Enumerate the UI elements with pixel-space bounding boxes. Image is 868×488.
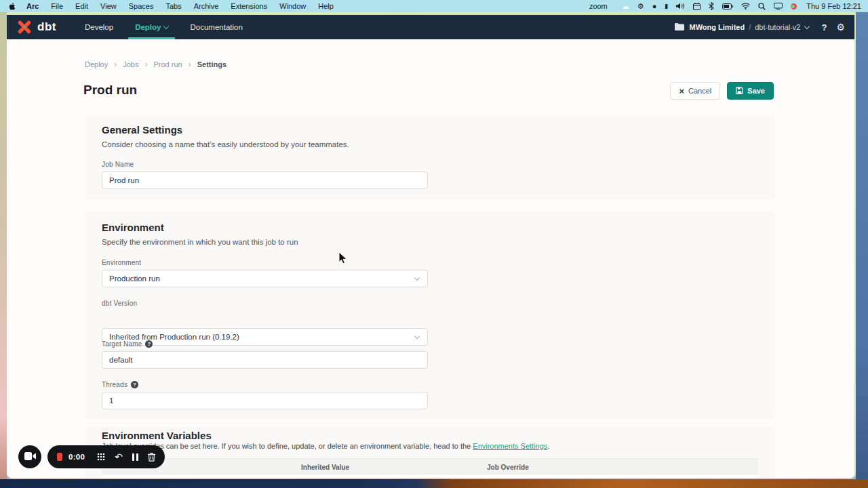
chevron-down-icon [163,23,169,28]
project-selector[interactable]: dbt-tutorial-v2 [755,23,800,31]
recorder-camera-button[interactable] [18,445,41,468]
menubar-item-help[interactable]: Help [312,0,340,12]
threads-label: Threads ? [102,381,138,388]
chevron-down-icon [414,333,420,338]
environment-title: Environment [102,222,164,233]
nav-develop[interactable]: Develop [74,15,124,39]
page-title: Prod run [83,83,137,98]
settings-gear-icon[interactable]: ⚙ [836,22,845,33]
nav-deploy[interactable]: Deploy [124,15,179,39]
job-name-label: Job Name [102,161,134,168]
macos-menubar: Arc File Edit View Spaces Tabs Archive E… [0,0,868,12]
menubar-item-edit[interactable]: Edit [69,0,94,12]
desktop-wallpaper-bottom [0,479,868,488]
breadcrumb-separator: › [114,60,117,69]
menubar-clock[interactable]: Thu 9 Feb 12:21 [801,2,861,10]
recording-timer: 0:00 [68,453,85,461]
menubar-left: Arc File Edit View Spaces Tabs Archive E… [0,0,340,12]
search-icon[interactable] [758,3,766,10]
display-icon[interactable] [774,3,783,9]
desktop-wallpaper-right [856,12,868,488]
video-camera-icon [24,451,36,463]
account-separator: / [749,23,751,31]
calendar-icon[interactable] [693,3,701,10]
menubar-item-file[interactable]: File [45,0,69,12]
cloud-icon[interactable]: ☁ [622,0,629,12]
dbt-logo-text: dbt [37,20,56,34]
env-vars-table-header: Inherited Value Job Override [102,458,758,474]
environments-settings-link[interactable]: Environments Settings [473,442,547,450]
chevron-down-icon[interactable] [804,23,810,28]
close-icon: × [679,87,684,96]
page-content: Deploy › Jobs › Prod run › Settings Prod… [7,39,854,478]
save-floppy-icon [736,87,743,96]
target-name-label: Target Name ? [102,340,153,348]
desktop-wallpaper-left [0,12,7,488]
gear-icon[interactable]: ⚙ [637,0,644,12]
breadcrumb: Deploy › Jobs › Prod run › Settings [85,60,226,69]
menubar-item-window[interactable]: Window [273,0,312,12]
volume-icon[interactable] [676,3,685,9]
target-name-input[interactable] [102,351,428,369]
breadcrumb-deploy[interactable]: Deploy [85,60,108,68]
grid-dots-icon[interactable] [97,453,105,461]
environment-card: Environment Specify the environment in w… [85,211,775,419]
menubar-item-arc[interactable]: Arc [20,0,45,12]
browser-window: dbt Develop Deploy Documentation MWong L… [7,12,856,479]
cancel-button[interactable]: × Cancel [670,82,720,100]
app-icon[interactable]: ▮ [665,0,668,12]
environment-variables-description: Job level overrides can be set here. If … [102,442,549,450]
pause-icon[interactable] [132,453,138,461]
dbt-logo-icon [16,19,33,35]
apple-menu-icon[interactable] [9,2,20,11]
menubar-item-zoom[interactable]: zoom [583,0,614,12]
breadcrumb-separator: › [145,60,148,69]
clock-icon[interactable]: ● [652,0,657,12]
recorder-toolbar: 0:00 ↶ [47,445,165,468]
breadcrumb-separator: › [189,60,191,69]
nav-documentation[interactable]: Documentation [179,15,253,39]
menubar-item-spaces[interactable]: Spaces [123,0,160,12]
job-name-input[interactable] [102,171,428,189]
battery-icon[interactable] [722,3,733,9]
menubar-item-view[interactable]: View [94,0,123,12]
column-header-inherited-value: Inherited Value [301,459,349,475]
env-vars-table-row [102,475,758,479]
menubar-item-tabs[interactable]: Tabs [159,0,187,12]
menubar-item-archive[interactable]: Archive [188,0,225,12]
menubar-item-extensions[interactable]: Extensions [224,0,273,12]
header-account-area: MWong Limited / dbt-tutorial-v2 ? ⚙ [675,22,845,33]
dbt-logo[interactable]: dbt [16,19,56,35]
wifi-icon[interactable] [741,3,750,9]
chevron-down-icon [414,274,420,280]
bluetooth-icon[interactable] [709,2,714,10]
threads-input[interactable] [102,392,428,409]
general-settings-card: General Settings Consider choosing a nam… [85,115,775,200]
environment-variables-title: Environment Variables [102,430,212,441]
general-settings-subtitle: Consider choosing a name that’s easily u… [102,140,349,148]
menubar-status-area: zoom ☁ ⚙ ● ▮ Thu 9 Feb 12:21 [583,0,868,12]
dbt-app-header: dbt Develop Deploy Documentation MWong L… [7,15,854,39]
environment-select-label: Environment [102,259,141,266]
account-name[interactable]: MWong Limited [689,23,745,31]
main-nav: Develop Deploy Documentation [74,15,254,39]
save-button[interactable]: Save [727,82,774,100]
folder-icon [675,23,684,32]
breadcrumb-settings: Settings [197,60,226,68]
breadcrumb-prod-run[interactable]: Prod run [154,60,182,68]
help-icon[interactable]: ? [145,340,153,348]
environment-select[interactable]: Production run [102,270,428,287]
trash-icon[interactable] [148,453,155,462]
help-button[interactable]: ? [821,22,827,33]
screen-recording-icon[interactable] [791,3,797,9]
help-icon[interactable]: ? [131,381,138,388]
general-settings-title: General Settings [102,124,182,136]
undo-icon[interactable]: ↶ [115,452,123,462]
stop-recording-button[interactable] [57,453,62,461]
environment-variables-card: Environment Variables Job level override… [85,427,775,479]
breadcrumb-jobs[interactable]: Jobs [123,60,138,68]
dbt-version-label: dbt Version [102,300,137,307]
environment-subtitle: Specify the environment in which you wan… [102,238,298,246]
column-header-job-override: Job Override [487,459,529,475]
page-actions: × Cancel Save [670,82,774,100]
